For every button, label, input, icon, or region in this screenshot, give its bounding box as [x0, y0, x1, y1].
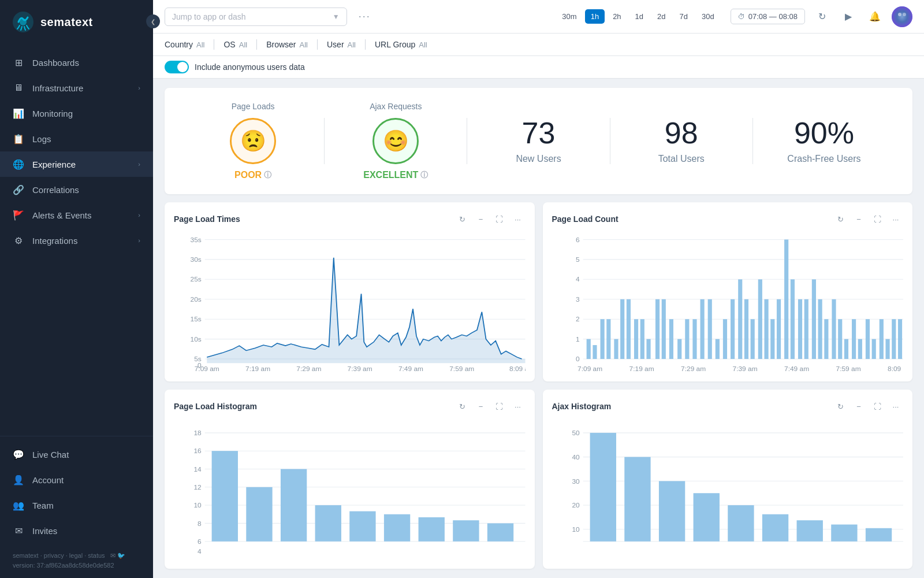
chart-expand-2[interactable]: ⛶	[870, 212, 885, 227]
bottom-nav-icon-account: 👤	[13, 475, 24, 486]
chart-expand-3[interactable]: ⛶	[492, 399, 507, 414]
sidebar-item-correlations[interactable]: 🔗 Correlations	[0, 177, 153, 202]
chart-title-1: Page Load Times	[174, 214, 240, 224]
svg-rect-82	[871, 339, 875, 359]
svg-text:6: 6	[576, 236, 580, 243]
svg-rect-115	[419, 517, 445, 542]
chart-minus-1[interactable]: −	[474, 212, 489, 227]
refresh-button[interactable]: ↻	[812, 7, 832, 27]
topbar: Jump to app or dash ▼ ··· 30m1h2h1d2d7d3…	[153, 0, 924, 34]
sidebar-bottom-item-account[interactable]: 👤 Account	[0, 468, 153, 493]
sidebar-collapse-button[interactable]: ❮	[146, 14, 160, 28]
svg-text:7:59 am: 7:59 am	[449, 366, 474, 372]
svg-text:7:39 am: 7:39 am	[348, 366, 372, 372]
time-btn-7d[interactable]: 7d	[674, 9, 694, 24]
sidebar-bottom-item-team[interactable]: 👥 Team	[0, 493, 153, 518]
nav-label-monitoring: Monitoring	[32, 109, 140, 118]
filter-group-country[interactable]: Country All	[165, 40, 204, 49]
svg-rect-50	[646, 339, 650, 359]
total-users-value: 98	[665, 118, 698, 148]
svg-rect-78	[844, 339, 848, 359]
time-btn-30d[interactable]: 30d	[696, 9, 720, 24]
sidebar-item-experience[interactable]: 🌐 Experience ›	[0, 151, 153, 177]
filter-label-user: User	[327, 40, 344, 49]
time-btn-2d[interactable]: 2d	[651, 9, 671, 24]
filter-divider-1	[256, 39, 257, 50]
svg-rect-71	[798, 299, 802, 359]
nav-chevron-experience: ›	[138, 161, 140, 168]
footer-link-sematext[interactable]: sematext	[13, 552, 39, 559]
sidebar-item-infrastructure[interactable]: 🖥 Infrastructure ›	[0, 75, 153, 101]
svg-text:12: 12	[193, 484, 201, 491]
bar-chart-svg-3: 18 16 14 12 10 8 6 4	[174, 421, 526, 560]
total-users-stat: 98 Total Users	[610, 118, 752, 164]
filter-group-browser[interactable]: Browser All	[266, 40, 308, 49]
chart-header-2: Page Load Count ↻ − ⛶ ···	[552, 212, 904, 227]
sidebar-bottom-item-invites[interactable]: ✉ Invites	[0, 518, 153, 544]
svg-text:10: 10	[193, 502, 201, 509]
filter-group-url-group[interactable]: URL Group All	[375, 40, 427, 49]
chart-more-2[interactable]: ···	[888, 212, 903, 227]
logo-area[interactable]: sematext	[0, 0, 153, 44]
svg-text:3: 3	[576, 297, 580, 303]
page-loads-info-icon[interactable]: ⓘ	[264, 170, 271, 180]
sidebar-footer: sematext · privacy · legal · status ✉ 🐦 …	[0, 544, 153, 578]
page-load-count-chart: Page Load Count ↻ − ⛶ ···	[543, 202, 913, 381]
ajax-info-icon[interactable]: ⓘ	[420, 170, 428, 180]
svg-rect-61	[731, 299, 735, 359]
chart-header-1: Page Load Times ↻ − ⛶ ···	[174, 212, 526, 227]
sidebar-item-alerts-events[interactable]: 🚩 Alerts & Events ›	[0, 202, 153, 228]
play-button[interactable]: ▶	[839, 7, 858, 27]
svg-text:7:29 am: 7:29 am	[296, 366, 321, 372]
clock-icon: ⏱	[738, 13, 745, 21]
svg-rect-54	[677, 339, 681, 359]
notifications-button[interactable]: 🔔	[865, 7, 885, 27]
time-btn-1h[interactable]: 1h	[585, 9, 605, 24]
anonymous-users-toggle[interactable]	[165, 61, 189, 73]
nav-icon-dashboards: ⊞	[13, 57, 24, 68]
chart-refresh-3[interactable]: ↻	[455, 399, 470, 414]
nav-chevron-integrations: ›	[138, 237, 140, 244]
new-users-stat: 73 New Users	[467, 118, 609, 164]
sidebar-bottom: 💬 Live Chat 👤 Account 👥 Team ✉ Invites s…	[0, 436, 153, 578]
sidebar-bottom-item-live-chat[interactable]: 💬 Live Chat	[0, 442, 153, 468]
chart-more-3[interactable]: ···	[511, 399, 526, 414]
chart-minus-4[interactable]: −	[851, 399, 866, 414]
footer-link-status[interactable]: status	[88, 552, 105, 559]
sidebar-item-logs[interactable]: 📋 Logs	[0, 126, 153, 151]
time-btn-1d[interactable]: 1d	[629, 9, 649, 24]
filter-group-user[interactable]: User All	[327, 40, 356, 49]
chart-minus-2[interactable]: −	[851, 212, 866, 227]
bottom-nav-label-account: Account	[32, 475, 140, 485]
avatar[interactable]	[892, 6, 912, 27]
footer-link-legal[interactable]: legal	[69, 552, 83, 559]
chart-more-4[interactable]: ···	[888, 399, 903, 414]
svg-rect-53	[669, 319, 673, 359]
svg-text:16: 16	[193, 448, 201, 454]
filter-group-os[interactable]: OS All	[223, 40, 247, 49]
search-box[interactable]: Jump to app or dash ▼	[165, 8, 347, 26]
svg-rect-73	[811, 279, 815, 359]
svg-rect-85	[892, 319, 896, 359]
footer-link-privacy[interactable]: privacy	[44, 552, 64, 559]
sidebar-item-monitoring[interactable]: 📊 Monitoring	[0, 101, 153, 126]
svg-rect-48	[634, 319, 638, 359]
time-range-display[interactable]: ⏱ 07:08 — 08:08	[731, 9, 805, 24]
page-load-times-chart: Page Load Times ↻ − ⛶ ···	[165, 202, 535, 381]
chart-refresh-2[interactable]: ↻	[833, 212, 848, 227]
time-btn-2h[interactable]: 2h	[607, 9, 627, 24]
time-btn-30m[interactable]: 30m	[556, 9, 582, 24]
chart-expand-1[interactable]: ⛶	[492, 212, 507, 227]
chart-body-2: 6 5 4 3 2 1 0	[552, 234, 904, 372]
svg-rect-47	[626, 299, 630, 359]
chart-more-1[interactable]: ···	[511, 212, 526, 227]
sidebar-item-integrations[interactable]: ⚙ Integrations ›	[0, 228, 153, 253]
sidebar-item-dashboards[interactable]: ⊞ Dashboards	[0, 50, 153, 75]
ajax-face: 😊	[372, 118, 419, 164]
topbar-more-button[interactable]: ···	[354, 8, 375, 25]
chart-minus-3[interactable]: −	[474, 399, 489, 414]
svg-rect-49	[640, 319, 644, 359]
chart-refresh-4[interactable]: ↻	[833, 399, 848, 414]
chart-refresh-1[interactable]: ↻	[455, 212, 470, 227]
chart-expand-4[interactable]: ⛶	[870, 399, 885, 414]
